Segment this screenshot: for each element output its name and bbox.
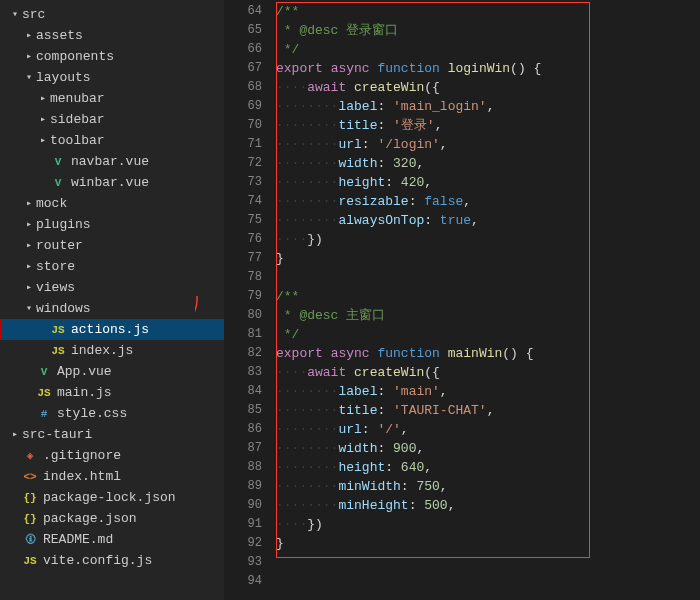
token-ws: ········	[276, 479, 338, 494]
code-editor[interactable]: 6465666768697071727374757677787980818283…	[224, 0, 700, 600]
tree-label: winbar.vue	[71, 172, 149, 193]
file-main.js[interactable]: JSmain.js	[0, 382, 224, 403]
folder-router[interactable]: ▸router	[0, 235, 224, 256]
folder-sidebar[interactable]: ▸sidebar	[0, 109, 224, 130]
code-line[interactable]: ········title: 'TAURI-CHAT',	[276, 401, 700, 420]
file-vite.config.js[interactable]: JSvite.config.js	[0, 550, 224, 571]
file-App.vue[interactable]: VApp.vue	[0, 361, 224, 382]
token-op: :	[377, 118, 393, 133]
code-line[interactable]: ········width: 900,	[276, 439, 700, 458]
code-line[interactable]: * @desc 主窗口	[276, 306, 700, 325]
chevron-down-icon: ▾	[22, 67, 36, 88]
code-line[interactable]: ········height: 420,	[276, 173, 700, 192]
file-package-lock.json[interactable]: {}package-lock.json	[0, 487, 224, 508]
token-p: }	[276, 536, 284, 551]
token-p: () {	[510, 61, 541, 76]
line-number: 67	[224, 59, 276, 78]
code-line[interactable]: export async function loginWin() {	[276, 59, 700, 78]
tree-label: package-lock.json	[43, 487, 176, 508]
token-op: ,	[471, 213, 479, 228]
line-number: 74	[224, 192, 276, 211]
code-line[interactable]: ········minWidth: 750,	[276, 477, 700, 496]
token-op: :	[377, 384, 393, 399]
file-actions.js[interactable]: JSactions.js	[0, 319, 224, 340]
tree-label: src	[22, 4, 45, 25]
token-k: export	[276, 346, 323, 361]
file-README.md[interactable]: 🛈README.md	[0, 529, 224, 550]
code-line[interactable]: */	[276, 325, 700, 344]
file-navbar.vue[interactable]: Vnavbar.vue	[0, 151, 224, 172]
code-line[interactable]: ········title: '登录',	[276, 116, 700, 135]
code-line[interactable]	[276, 268, 700, 287]
file-package.json[interactable]: {}package.json	[0, 508, 224, 529]
folder-components[interactable]: ▸components	[0, 46, 224, 67]
code-line[interactable]: */	[276, 40, 700, 59]
token-prop: url	[338, 137, 361, 152]
code-line[interactable]: ····})	[276, 515, 700, 534]
tree-label: style.css	[57, 403, 127, 424]
folder-windows[interactable]: ▾windows	[0, 298, 224, 319]
file-.gitignore[interactable]: ◈.gitignore	[0, 445, 224, 466]
token-op: ,	[440, 479, 448, 494]
code-area[interactable]: /** * @desc 登录窗口 */export async function…	[276, 0, 700, 600]
code-line[interactable]: ········label: 'main_login',	[276, 97, 700, 116]
token-op: ,	[440, 384, 448, 399]
code-line[interactable]: ········url: '/login',	[276, 135, 700, 154]
code-line[interactable]: ········url: '/',	[276, 420, 700, 439]
code-line[interactable]: ········minHeight: 500,	[276, 496, 700, 515]
tree-label: package.json	[43, 508, 137, 529]
folder-layouts[interactable]: ▾layouts	[0, 67, 224, 88]
js-icon: JS	[50, 343, 66, 359]
code-line[interactable]: export async function mainWin() {	[276, 344, 700, 363]
code-line[interactable]	[276, 553, 700, 572]
folder-src-tauri[interactable]: ▸src-tauri	[0, 424, 224, 445]
folder-plugins[interactable]: ▸plugins	[0, 214, 224, 235]
code-line[interactable]: ········height: 640,	[276, 458, 700, 477]
folder-src[interactable]: ▾src	[0, 4, 224, 25]
token-prop: minWidth	[338, 479, 400, 494]
md-icon: 🛈	[22, 532, 38, 548]
file-style.css[interactable]: #style.css	[0, 403, 224, 424]
code-line[interactable]	[276, 572, 700, 591]
code-line[interactable]: ····})	[276, 230, 700, 249]
line-number: 94	[224, 572, 276, 591]
file-winbar.vue[interactable]: Vwinbar.vue	[0, 172, 224, 193]
file-index.js[interactable]: JSindex.js	[0, 340, 224, 361]
token-bool: false	[424, 194, 463, 209]
folder-assets[interactable]: ▸assets	[0, 25, 224, 46]
code-line[interactable]: ········alwaysOnTop: true,	[276, 211, 700, 230]
code-line[interactable]: /**	[276, 2, 700, 21]
file-explorer[interactable]: ▾src▸assets▸components▾layouts▸menubar▸s…	[0, 0, 224, 600]
token-sp	[346, 80, 354, 95]
file-index.html[interactable]: <>index.html	[0, 466, 224, 487]
token-num: 900	[393, 441, 416, 456]
token-op: :	[385, 460, 401, 475]
code-line[interactable]: * @desc 登录窗口	[276, 21, 700, 40]
line-number: 69	[224, 97, 276, 116]
vue-icon: V	[36, 364, 52, 380]
folder-menubar[interactable]: ▸menubar	[0, 88, 224, 109]
line-number: 68	[224, 78, 276, 97]
token-c: */	[276, 327, 299, 342]
token-p: })	[307, 517, 323, 532]
code-line[interactable]: ····await createWin({	[276, 78, 700, 97]
code-line[interactable]: }	[276, 249, 700, 268]
token-prop: alwaysOnTop	[338, 213, 424, 228]
folder-toolbar[interactable]: ▸toolbar	[0, 130, 224, 151]
token-ws: ········	[276, 460, 338, 475]
line-number: 65	[224, 21, 276, 40]
code-line[interactable]: ········resizable: false,	[276, 192, 700, 211]
tree-label: views	[36, 277, 75, 298]
code-line[interactable]: ····await createWin({	[276, 363, 700, 382]
code-line[interactable]: ········width: 320,	[276, 154, 700, 173]
folder-views[interactable]: ▸views	[0, 277, 224, 298]
token-prop: minHeight	[338, 498, 408, 513]
code-line[interactable]: ········label: 'main',	[276, 382, 700, 401]
js-icon: JS	[36, 385, 52, 401]
line-number: 82	[224, 344, 276, 363]
token-c: * @desc 登录窗口	[276, 23, 398, 38]
code-line[interactable]: /**	[276, 287, 700, 306]
code-line[interactable]: }	[276, 534, 700, 553]
folder-store[interactable]: ▸store	[0, 256, 224, 277]
folder-mock[interactable]: ▸mock	[0, 193, 224, 214]
